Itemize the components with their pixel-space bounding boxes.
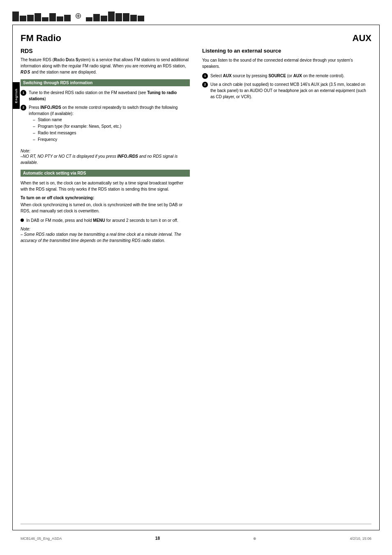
clock-sync-bullet-content: In DAB or FM mode, press and hold MENU f… [26, 217, 190, 223]
clock-sync-subheading: To turn on or off clock synchronizing: [21, 196, 190, 200]
block-r4 [108, 12, 115, 21]
block-6 [49, 13, 56, 21]
info-item-4: Frequency [33, 136, 190, 143]
aux-bold-1: AUX [223, 74, 232, 78]
left-column: RDS The feature RDS (Radio Data System) … [21, 48, 190, 522]
step-1-link: Tuning to radio stations [29, 90, 177, 101]
info-item-3: Radio text messages [33, 130, 190, 136]
aux-step-2: 2 Use a cinch cable (not supplied) to co… [202, 81, 371, 100]
info-list: Station name Program type (for example: … [33, 117, 190, 143]
aux-intro-text: You can listen to the sound of the conne… [202, 57, 371, 69]
block-r7 [130, 15, 137, 21]
block-r2 [93, 14, 100, 21]
block-5 [42, 17, 48, 21]
language-label: English [14, 88, 18, 103]
step-1-content: Tune to the desired RDS radio station on… [29, 90, 190, 102]
aux-step-2-number: 2 [202, 82, 208, 88]
block-r6 [123, 13, 129, 21]
aux-bold-2: AUX [293, 74, 302, 78]
aux-step-1-number: 1 [202, 73, 208, 79]
note-2-label: Note: [21, 227, 190, 231]
rds-D: D [66, 58, 69, 62]
title-row: FM Radio AUX [21, 33, 371, 44]
note-2-block: Note: – Some RDS radio station may be tr… [21, 227, 190, 244]
footer-file-right: 4/2/10, 15:06 [350, 537, 371, 541]
block-r1 [86, 17, 92, 21]
aux-step-1-content: Select AUX source by pressing SOURCE (or… [210, 73, 371, 79]
block-1 [12, 12, 19, 21]
block-3 [27, 15, 34, 21]
info-item-1: Station name [33, 117, 190, 123]
rds-S: S [76, 58, 78, 62]
menu-bold: MENU [93, 218, 105, 223]
rds-display: RDS [21, 70, 30, 74]
note-1-text: –NO RT, NO PTY or NO CT is displayed if … [21, 153, 190, 166]
rds-heading: RDS [21, 48, 190, 54]
block-8 [64, 15, 71, 21]
header-blocks-right [86, 12, 144, 21]
block-7 [57, 16, 63, 21]
clock-sync-bullet-item: In DAB or FM mode, press and hold MENU f… [21, 217, 190, 223]
block-2 [20, 16, 26, 21]
step-1: 1 Tune to the desired RDS radio station … [21, 90, 190, 102]
rds-intro-paragraph: The feature RDS (Radio Data System) is a… [21, 57, 190, 75]
content-area: FM Radio AUX RDS The feature RDS (Radio … [21, 33, 371, 522]
aux-step-1: 1 Select AUX source by pressing SOURCE (… [202, 73, 371, 79]
footer-area: MCB146_05_Eng_ASDA 18 ⊕ 4/2/10, 15:06 [21, 536, 371, 541]
footer-file-left: MCB146_05_Eng_ASDA [21, 537, 62, 541]
footer-crosshair: ⊕ [253, 537, 256, 541]
two-columns: RDS The feature RDS (Radio Data System) … [21, 48, 371, 522]
page-border-right [379, 25, 380, 530]
block-r8 [138, 16, 144, 21]
auto-clock-heading: Automatic clock setting via RDS [21, 170, 190, 177]
bullet-dot [21, 219, 24, 222]
note-info-rds: INFO./RDS [117, 154, 138, 159]
auto-clock-text: When the set is on, the clock can be aut… [21, 180, 190, 192]
page-border-bottom [12, 530, 380, 530]
note-2-text: – Some RDS radio station may be transmit… [21, 231, 190, 244]
switching-heading: Switching through RDS information [21, 79, 190, 86]
note-1-label: Note: [21, 149, 190, 153]
page-border-top [12, 25, 380, 25]
page-number: 18 [155, 536, 160, 541]
crosshair-center: ⊕ [75, 11, 82, 21]
language-tab: English [12, 82, 20, 109]
clock-sync-text: When clock synchronizing is turned on, c… [21, 202, 190, 214]
fm-radio-title: FM Radio [21, 33, 61, 44]
block-r5 [115, 13, 122, 21]
rds-R: R [54, 58, 57, 62]
step-2-content: Press INFO./RDS on the remote control re… [29, 104, 190, 145]
aux-step-2-content: Use a cinch cable (not supplied) to conn… [210, 81, 371, 100]
step-1-number: 1 [21, 90, 26, 96]
header-blocks-left [12, 12, 71, 21]
block-r3 [101, 16, 107, 21]
source-bold: SOURCE [268, 74, 286, 78]
block-4 [35, 13, 41, 21]
info-rds-bold: INFO./RDS [40, 105, 61, 110]
header-area: ⊕ [12, 8, 380, 25]
aux-title: AUX [353, 33, 371, 44]
step-2-number: 2 [21, 105, 26, 111]
right-column: Listening to an external source You can … [202, 48, 371, 522]
step-2: 2 Press INFO./RDS on the remote control … [21, 104, 190, 145]
note-1-block: Note: –NO RT, NO PTY or NO CT is display… [21, 149, 190, 166]
info-item-2: Program type (for example: News, Sport, … [33, 123, 190, 130]
aux-section-heading: Listening to an external source [202, 48, 371, 54]
footer-line [21, 524, 371, 524]
